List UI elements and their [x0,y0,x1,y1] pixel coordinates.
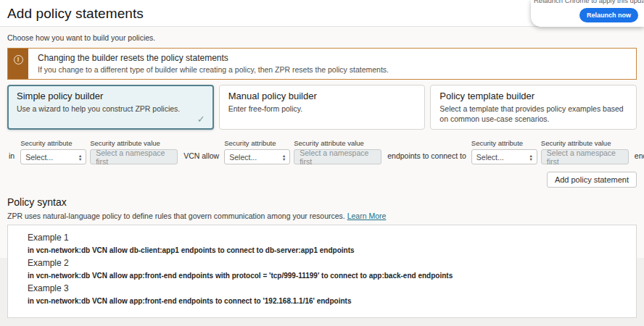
example-label: Example 1 [28,233,616,243]
security-attribute-field-3: Security attribute Select... ▴▾ [471,139,537,164]
statement-group-2: Security attribute Select... ▴▾ Security… [224,139,471,164]
card-title: Simple policy builder [17,91,205,101]
statement-prefix: in [7,151,20,164]
card-description: Use a wizard to help you construct ZPR p… [17,104,205,114]
builder-intro-text: Choose how you want to build your polici… [7,33,637,42]
warning-description: If you change to a different type of bui… [38,65,389,74]
statement-connector: endpoints [632,151,644,164]
security-attribute-select-1[interactable]: Select... ▴▾ [20,149,86,164]
security-attribute-select-3[interactable]: Select... ▴▾ [471,149,537,164]
policy-examples-box: Example 1 in vcn-network:db VCN allow db… [7,225,637,318]
select-value: Select... [476,153,504,162]
card-title: Policy template builder [439,91,627,101]
security-attribute-value-field-1: Security attribute value Select a namesp… [90,139,178,164]
field-label: Security attribute [20,139,86,147]
field-label: Security attribute value [90,139,178,147]
policy-statement-row: in Security attribute Select... ▴▾ Secur… [7,139,637,164]
card-description: Select a template that provides policy e… [439,104,627,124]
security-attribute-value-input-2[interactable]: Select a namespace first [294,149,381,164]
security-attribute-field-1: Security attribute Select... ▴▾ [20,139,86,164]
example-label: Example 3 [28,283,616,293]
security-attribute-value-field-3: Security attribute value Select a namesp… [541,139,629,164]
card-description: Enter free-form policy. [228,104,416,114]
add-statement-row: Add policy statement [7,172,637,188]
card-title: Manual policy builder [228,91,416,101]
stepper-icon: ▴▾ [79,154,81,161]
policy-syntax-heading: Policy syntax [7,196,637,208]
stepper-icon: ▴▾ [283,154,285,161]
card-simple-policy-builder[interactable]: Simple policy builder Use a wizard to he… [7,85,214,130]
warning-banner: ! Changing the builder resets the policy… [7,48,637,80]
relaunch-now-button[interactable]: Relaunch now [579,8,638,22]
example-code: in vcn-network:db VCN allow app:front-en… [28,272,616,280]
example-code: in vcn-network:db VCN allow app:front-en… [28,297,616,305]
security-attribute-field-2: Security attribute Select... ▴▾ [224,139,290,164]
main-panel: Choose how you want to build your polici… [0,27,644,258]
statement-group-3: Security attribute Select... ▴▾ Security… [471,139,644,164]
field-label: Security attribute value [541,139,629,147]
check-icon: ✓ [197,114,205,125]
chrome-update-message: Relaunch Chrome to apply this update [534,0,641,4]
field-label: Security attribute value [294,139,381,147]
policy-syntax-text: ZPR uses natural-language policy to defi… [7,212,345,220]
chrome-update-toast: Relaunch Chrome to apply this update Rel… [531,0,644,27]
field-label: Security attribute [224,139,290,147]
security-attribute-value-input-3[interactable]: Select a namespace first [541,149,629,164]
statement-group-1: Security attribute Select... ▴▾ Security… [20,139,224,164]
card-policy-template-builder[interactable]: Policy template builder Select a templat… [430,85,637,130]
statement-connector: VCN allow [181,151,224,164]
add-policy-statement-button[interactable]: Add policy statement [547,172,637,188]
policy-syntax-description: ZPR uses natural-language policy to defi… [7,212,637,220]
security-attribute-select-2[interactable]: Select... ▴▾ [224,149,290,164]
warning-icon-block: ! [8,49,28,79]
example-code: in vcn-network:db VCN allow db-client:ap… [28,246,616,254]
stepper-icon: ▴▾ [530,154,532,161]
select-value: Select... [25,153,53,162]
builder-cards: Simple policy builder Use a wizard to he… [7,85,637,130]
security-attribute-value-input-1[interactable]: Select a namespace first [90,149,178,164]
security-attribute-value-field-2: Security attribute value Select a namesp… [294,139,381,164]
learn-more-link[interactable]: Learn More [347,212,387,220]
card-manual-policy-builder[interactable]: Manual policy builder Enter free-form po… [219,85,426,130]
warning-title: Changing the builder resets the policy s… [38,53,389,63]
select-value: Select... [229,153,257,162]
statement-connector: endpoints to connect to [385,151,471,164]
example-label: Example 2 [28,258,616,268]
warning-body: Changing the builder resets the policy s… [28,49,397,79]
field-label: Security attribute [471,139,537,147]
warning-icon: ! [14,55,23,64]
